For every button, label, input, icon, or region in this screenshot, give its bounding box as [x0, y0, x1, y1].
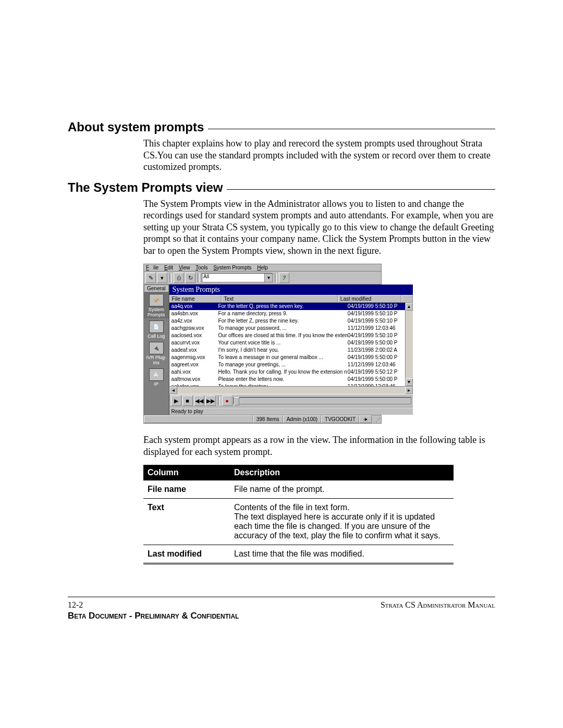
- cell-last-modified: 11/12/1999 12:03:46: [348, 325, 405, 332]
- table-row[interactable]: aadeaf.voxI'm sorry, I didn't hear you.1…: [169, 347, 405, 354]
- table-row[interactable]: aacurrvt.voxYour current voice title is …: [169, 339, 405, 347]
- scroll-up-icon[interactable]: ▴: [406, 303, 413, 311]
- cell-file-name: aacurrvt.vox: [169, 339, 218, 347]
- footer-beta-notice: Beta Document - Preliminary & Confidenti…: [68, 611, 495, 621]
- plugin-icon: 🔌: [149, 342, 164, 354]
- cell-text: To leave a message in our general mailbo…: [218, 354, 348, 361]
- list-header: File name Text Last modified: [169, 295, 413, 303]
- cell-text: Hello. Thank you for calling. If you kno…: [218, 368, 348, 376]
- menu-file[interactable]: File: [146, 265, 158, 270]
- table-row[interactable]: aagenmsg.voxTo leave a message in our ge…: [169, 354, 405, 361]
- vertical-scrollbar[interactable]: ▴ ▾: [405, 303, 413, 386]
- table-row[interactable]: aa4z.voxFor the letter Z, press the nine…: [169, 317, 405, 325]
- cell-text: To manage your password, ...: [218, 325, 348, 332]
- heading-text: The System Prompts view: [68, 180, 223, 195]
- filter-combo[interactable]: All: [202, 273, 273, 282]
- table-row[interactable]: aa4q.voxFor the letter Q, press the seve…: [169, 303, 405, 310]
- column-file-name[interactable]: File name: [169, 295, 222, 303]
- toolbar-help-icon[interactable]: ?: [279, 273, 289, 283]
- resize-grip-icon[interactable]: ⋰: [372, 415, 381, 423]
- status-items: 398 Items: [253, 415, 283, 423]
- table-row[interactable]: aahi.voxHello. Thank you for calling. If…: [169, 368, 405, 376]
- col-header-description: Description: [230, 465, 454, 480]
- position-slider[interactable]: [234, 397, 411, 404]
- cell-last-modified: 04/19/1999 5:50:00 P: [348, 376, 405, 383]
- menu-help[interactable]: Help: [257, 265, 268, 270]
- horizontal-scrollbar[interactable]: ◂ ▸: [169, 386, 413, 394]
- sidebar-tab-general[interactable]: General: [144, 285, 169, 292]
- cell-text: For a name directory, press 9.: [218, 310, 348, 317]
- stop-icon[interactable]: ■: [182, 396, 193, 406]
- player-status: Ready to play: [169, 408, 413, 415]
- status-user: Admin (x100): [283, 415, 321, 423]
- cell-text: Your current voice title is ...: [218, 339, 348, 347]
- sidebar-item-system-prompts[interactable]: 📯 System Prompts: [144, 292, 169, 318]
- footer-rule: [68, 597, 495, 597]
- sidebar-item-label: IP: [144, 381, 169, 387]
- scroll-head: [401, 295, 413, 303]
- cell-description: File name of the prompt.: [230, 480, 454, 499]
- sidebar-item-ivr-plugins[interactable]: 🔌 IVR Plug-Ins: [144, 340, 169, 366]
- cell-last-modified: 04/19/1999 5:50:00 P: [348, 354, 405, 361]
- section1-para: This chapter explains how to play and re…: [143, 138, 495, 173]
- status-host: TVGOODKIT: [321, 415, 359, 423]
- sidebar-item-call-log[interactable]: 📄 Call Log: [144, 318, 169, 340]
- status-indicator-icon: 🕩: [359, 415, 372, 423]
- forward-icon[interactable]: ▶▶: [205, 396, 216, 406]
- cell-text: To manage your greetings, ...: [218, 361, 348, 368]
- toolbar-dropdown-icon[interactable]: ▾: [157, 273, 167, 283]
- sidebar-item-ip[interactable]: 🖧 IP: [144, 366, 169, 388]
- page-number: 12-2: [68, 600, 83, 610]
- sidebar-item-label: Call Log: [144, 334, 169, 339]
- table-row: File nameFile name of the prompt.: [143, 480, 454, 499]
- cell-file-name: aa4q.vox: [169, 303, 218, 310]
- separator: [218, 396, 220, 405]
- separator: [169, 273, 172, 282]
- record-icon[interactable]: ●: [222, 396, 232, 406]
- table-row[interactable]: aa4sbn.voxFor a name directory, press 9.…: [169, 310, 405, 317]
- scroll-down-icon[interactable]: ▾: [406, 378, 413, 386]
- heading-system-prompts-view: The System Prompts view: [68, 180, 495, 195]
- column-text[interactable]: Text: [222, 295, 338, 303]
- toolbar-new-icon[interactable]: ✎: [145, 273, 156, 283]
- toolbar: ✎ ▾ ⎙ ↻ All ?: [144, 272, 381, 285]
- status-empty: [144, 415, 253, 423]
- section2-para: The System Prompts view in the Administr…: [143, 198, 495, 257]
- toolbar-print-icon[interactable]: ⎙: [174, 273, 184, 283]
- cell-description: Last time that the file was modified.: [230, 545, 454, 564]
- view-title: System Prompts: [169, 285, 413, 295]
- slider-thumb[interactable]: [234, 397, 239, 405]
- document-icon: 📄: [149, 320, 164, 333]
- workspace: General 📯 System Prompts 📄 Call Log 🔌 IV…: [144, 285, 381, 415]
- column-description-table: Column Description File nameFile name of…: [143, 465, 454, 564]
- scroll-track-h[interactable]: [177, 387, 405, 394]
- table-row[interactable]: aagreet.voxTo manage your greetings, ...…: [169, 361, 405, 368]
- scroll-track[interactable]: [406, 311, 413, 378]
- cell-text: Our offices are closed at this time. If …: [218, 332, 348, 339]
- filter-value: All: [203, 274, 209, 279]
- play-icon[interactable]: ▶: [171, 396, 181, 406]
- menu-system-prompts[interactable]: System Prompts: [213, 265, 251, 270]
- table-row[interactable]: aachgpsw.voxTo manage your password, ...…: [169, 325, 405, 332]
- separator: [198, 273, 200, 282]
- heading-text: About system prompts: [68, 120, 204, 134]
- scroll-right-icon[interactable]: ▸: [405, 387, 413, 394]
- menu-edit[interactable]: Edit: [164, 265, 173, 270]
- toolbar-refresh-icon[interactable]: ↻: [185, 273, 195, 283]
- cell-file-name: aadeaf.vox: [169, 347, 218, 354]
- heading-rule: [227, 189, 495, 190]
- column-last-modified[interactable]: Last modified: [338, 295, 401, 303]
- table-row[interactable]: aaclosed.voxOur offices are closed at th…: [169, 332, 405, 339]
- horn-icon: 📯: [149, 294, 164, 306]
- menu-view[interactable]: View: [179, 265, 190, 270]
- table-row[interactable]: aaltrnow.voxPlease enter the letters now…: [169, 376, 405, 383]
- cell-text: I'm sorry, I didn't hear you.: [218, 347, 348, 354]
- cell-column-name: Text: [143, 499, 230, 545]
- scroll-left-icon[interactable]: ◂: [169, 387, 177, 394]
- cell-file-name: aaclosed.vox: [169, 332, 218, 339]
- col-header-column: Column: [143, 465, 230, 480]
- cell-file-name: aagreet.vox: [169, 361, 218, 368]
- menu-tools[interactable]: Tools: [195, 265, 207, 270]
- rewind-icon[interactable]: ◀◀: [194, 396, 204, 406]
- sidebar-tabs: General: [144, 285, 169, 292]
